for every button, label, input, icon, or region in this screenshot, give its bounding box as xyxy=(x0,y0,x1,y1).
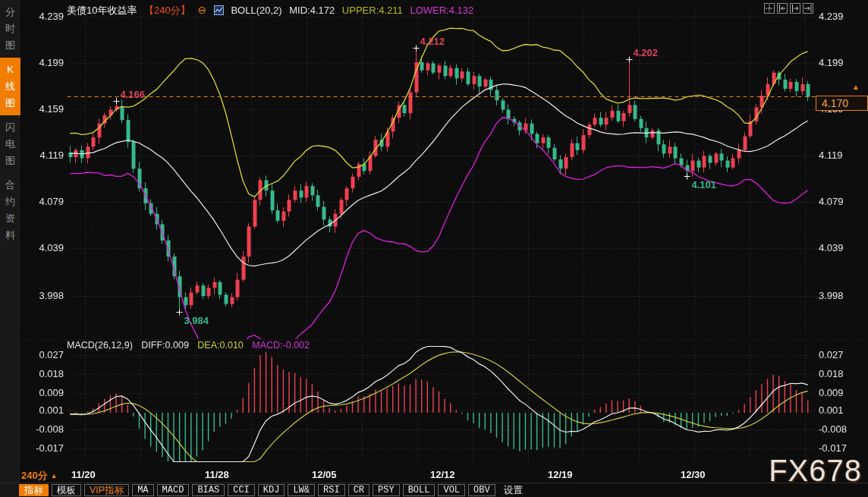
macd-y-axis-label-right: 0.001 xyxy=(819,404,864,417)
toolbar-item-lwr[interactable]: LW& xyxy=(288,484,315,496)
macd-y-axis-label-right: 0.009 xyxy=(819,387,864,399)
main-y-axis-label-right: 4.119 xyxy=(819,149,864,162)
move-icon[interactable] xyxy=(764,3,775,14)
toolbar-item-kdj[interactable]: KDJ xyxy=(258,484,285,496)
macd-y-axis-label-left: -0.008 xyxy=(29,423,64,436)
x-axis-row: 240分▲ 11/2011/2812/0512/1212/1912/30 xyxy=(0,467,868,483)
x-axis-date: 12/19 xyxy=(548,469,573,480)
toolbar-item-macd[interactable]: MACD xyxy=(157,484,190,496)
fx678-watermark: FX678 xyxy=(769,454,862,488)
expand-x-axis-icon[interactable] xyxy=(790,3,800,14)
period-selector[interactable]: 240分▲ xyxy=(21,469,58,483)
macd-dea-value: DEA:0.010 xyxy=(197,340,243,351)
price-alert-icon[interactable]: ▲ xyxy=(852,83,860,91)
macd-y-axis-label-left: 0.027 xyxy=(29,349,64,361)
sidebar-item-kline-chart[interactable]: K线图 xyxy=(0,58,20,115)
current-price-tag: 4.170 xyxy=(816,96,868,111)
main-y-axis-label-right: 4.039 xyxy=(819,242,864,254)
macd-y-axis-label-left: 0.018 xyxy=(29,368,64,380)
sidebar-item-contract-info[interactable]: 合约资料 xyxy=(0,173,20,247)
macd-y-axis-label-left: 0.001 xyxy=(29,404,64,417)
x-axis-date: 11/28 xyxy=(205,469,229,480)
toolbar-item-vol[interactable]: VOL xyxy=(438,484,465,496)
boll-params-label: BOLL(20,2) xyxy=(231,5,281,16)
toolbar-item-psy[interactable]: PSY xyxy=(373,484,400,496)
collapse-indicator-icon[interactable]: ⊖ xyxy=(197,4,206,16)
toolbar-item-cci[interactable]: CCI xyxy=(228,484,255,496)
toolbar-item-indicator[interactable]: 指标 xyxy=(19,484,49,496)
macd-y-axis-label-left: 0.009 xyxy=(29,387,64,399)
x-axis-date: 12/30 xyxy=(681,469,706,480)
macd-diff-value: DIFF:0.009 xyxy=(141,340,189,351)
main-y-axis-label-right: 3.998 xyxy=(819,290,864,302)
toolbar-item-template[interactable]: 模板 xyxy=(52,484,81,496)
main-y-axis-label-right: 4.199 xyxy=(819,57,864,69)
main-y-axis-label-left: 4.079 xyxy=(29,196,64,208)
macd-y-axis-label-right: 0.018 xyxy=(819,368,864,380)
indicator-chart-icon[interactable] xyxy=(214,5,224,17)
kline-chart-canvas[interactable] xyxy=(0,0,868,467)
sidebar-item-time-chart[interactable]: 分时图 xyxy=(0,0,20,58)
x-axis-date: 12/12 xyxy=(430,469,455,480)
symbol-title: 美债10年收益率 xyxy=(67,5,137,16)
pan-right-icon[interactable] xyxy=(803,3,813,14)
boll-upper-value: UPPER:4.211 xyxy=(342,5,403,16)
kline-app-window: 分时图K线图闪电图合约资料 美债10年收益率 【240分】 ⊖ BOLL(20,… xyxy=(0,0,868,497)
macd-y-axis-label-right: -0.017 xyxy=(819,442,864,455)
toolbar-item-obv[interactable]: OBV xyxy=(468,484,495,496)
macd-y-axis-label-left: -0.017 xyxy=(29,442,64,455)
macd-y-axis-label-right: 0.027 xyxy=(819,349,864,361)
sidebar-item-flash-chart[interactable]: 闪电图 xyxy=(0,115,20,173)
main-y-axis-label-left: 4.119 xyxy=(29,149,64,162)
main-y-axis-label-left: 4.199 xyxy=(29,57,64,69)
indicator-toolbar: 指标模板VIP指标MAMACDBIASCCIKDJLW&RSICRPSYBOLL… xyxy=(19,484,528,497)
toolbar-item-boll[interactable]: BOLL xyxy=(403,484,436,496)
toolbar-item-rsi[interactable]: RSI xyxy=(318,484,345,496)
toolbar-item-settings[interactable]: 设置 xyxy=(498,484,528,496)
macd-hist-value: MACD:-0.002 xyxy=(252,340,310,351)
toolbar-item-cr[interactable]: CR xyxy=(348,484,370,496)
macd-params-label: MACD(26,12,9) xyxy=(67,340,133,351)
main-y-axis-label-left: 4.239 xyxy=(29,11,64,23)
toolbar-item-bias[interactable]: BIAS xyxy=(192,484,225,496)
period-title: 【240分】 xyxy=(144,5,190,16)
main-y-axis-label-left: 3.998 xyxy=(29,290,64,302)
main-y-axis-label-right: 4.239 xyxy=(819,11,864,23)
shrink-x-axis-icon[interactable] xyxy=(777,3,788,14)
boll-lower-value: LOWER:4.132 xyxy=(410,5,473,16)
toolbar-item-ma[interactable]: MA xyxy=(132,484,153,496)
sidebar: 分时图K线图闪电图合约资料 xyxy=(0,0,21,497)
main-y-axis-label-left: 4.159 xyxy=(29,103,64,115)
macd-y-axis-label-right: -0.008 xyxy=(819,423,864,436)
chart-title-row: 美债10年收益率 【240分】 ⊖ BOLL(20,2) MID:4.172 U… xyxy=(67,4,478,17)
boll-mid-value: MID:4.172 xyxy=(289,5,335,16)
main-y-axis-label-left: 4.039 xyxy=(29,242,64,254)
toolbar-item-vip-indicator[interactable]: VIP指标 xyxy=(84,484,129,496)
chart-tool-icons xyxy=(764,3,813,14)
macd-header-row: MACD(26,12,9) DIFF:0.009 DEA:0.010 MACD:… xyxy=(67,340,316,351)
x-axis-date: 11/20 xyxy=(71,469,96,480)
main-y-axis-label-right: 4.079 xyxy=(819,196,864,208)
x-axis-date: 12/05 xyxy=(312,469,337,480)
